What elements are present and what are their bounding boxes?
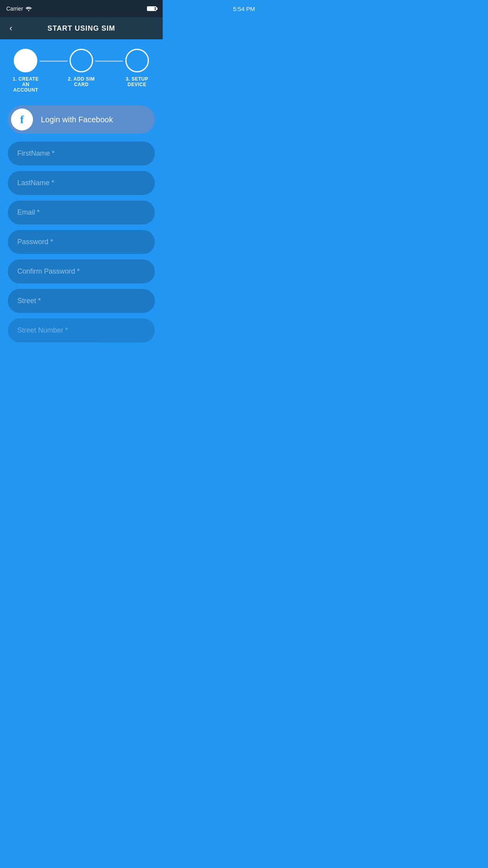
firstname-input[interactable] (8, 142, 155, 166)
wifi-icon (26, 6, 32, 11)
step-2: 2. ADD SIM CARD (68, 49, 95, 87)
facebook-icon-circle: f (11, 108, 33, 131)
step-1-circle (14, 49, 37, 72)
confirm-password-input[interactable] (8, 259, 155, 283)
step-3: 3. SETUP DEVICE (123, 49, 151, 87)
facebook-f-icon: f (20, 113, 24, 126)
back-button[interactable]: ‹ (8, 22, 14, 35)
status-left: Carrier (6, 6, 32, 12)
lastname-input[interactable] (8, 171, 155, 195)
step-2-label: 2. ADD SIM CARD (68, 76, 95, 87)
carrier-label: Carrier (6, 6, 23, 12)
step-3-label: 3. SETUP DEVICE (123, 76, 151, 87)
battery-icon (147, 6, 156, 11)
status-right (147, 6, 156, 11)
street-input[interactable] (8, 289, 155, 313)
nav-title: START USING SIM (48, 24, 116, 33)
password-input[interactable] (8, 230, 155, 254)
battery-fill (148, 7, 155, 10)
facebook-login-label: Login with Facebook (41, 115, 113, 124)
main-content: 1. CREATE AN ACCOUNT 2. ADD SIM CARD 3. … (0, 39, 163, 352)
street-number-input[interactable] (8, 318, 155, 342)
step-connector-1 (40, 61, 68, 62)
nav-bar: ‹ START USING SIM (0, 17, 163, 39)
registration-form (8, 142, 155, 342)
step-connector-2 (95, 61, 123, 62)
email-input[interactable] (8, 200, 155, 224)
facebook-login-button[interactable]: f Login with Facebook (8, 105, 155, 134)
step-2-circle (70, 49, 93, 72)
progress-stepper: 1. CREATE AN ACCOUNT 2. ADD SIM CARD 3. … (8, 49, 155, 93)
step-1: 1. CREATE AN ACCOUNT (12, 49, 40, 93)
status-bar: Carrier 5:54 PM (0, 0, 163, 17)
step-1-label: 1. CREATE AN ACCOUNT (12, 76, 40, 93)
step-3-circle (125, 49, 149, 72)
